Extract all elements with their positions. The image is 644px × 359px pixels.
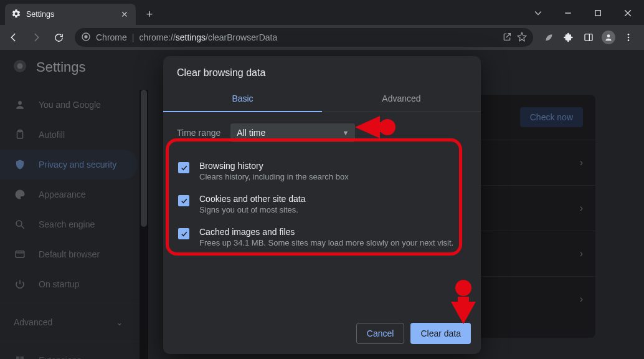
item-title: Browsing history — [199, 161, 349, 171]
profile-avatar[interactable] — [599, 28, 618, 47]
window-controls — [524, 4, 644, 25]
settings-sidebar: You and Google Autofill Privacy and secu… — [0, 50, 148, 359]
chevron-down-icon: ⌄ — [116, 317, 123, 327]
chevron-right-icon: › — [580, 294, 583, 305]
item-browsing-history[interactable]: Browsing history Clears history, includi… — [174, 155, 472, 188]
sidebar-advanced-label: Advanced — [14, 317, 52, 327]
extensions-icon[interactable] — [559, 28, 578, 47]
search-icon — [14, 219, 26, 230]
sidebar-item-autofill[interactable]: Autofill — [0, 120, 138, 150]
item-subtitle: Clears history, including in the search … — [199, 172, 349, 181]
sidebar-scrollbar[interactable] — [140, 90, 148, 359]
svg-line-14 — [21, 226, 24, 229]
time-range-select[interactable]: All time ▼ — [230, 123, 355, 142]
sidebar-item-appearance[interactable]: Appearance — [0, 180, 138, 209]
svg-rect-4 — [585, 34, 592, 41]
svg-point-10 — [18, 101, 22, 105]
minimize-button[interactable] — [554, 4, 582, 22]
chevron-down-icon[interactable] — [524, 4, 552, 22]
gear-icon — [11, 9, 21, 21]
chevron-down-icon: ▼ — [342, 129, 349, 136]
chrome-logo-icon — [12, 59, 27, 76]
dialog-tabs: Basic Advanced — [163, 85, 481, 112]
sidebar-item-label: Search engine — [39, 219, 95, 229]
chevron-right-icon: › — [580, 157, 583, 168]
sidebar-item-on-startup[interactable]: On startup — [0, 269, 138, 299]
chevron-right-icon: › — [580, 203, 583, 214]
sidebar-item-search-engine[interactable]: Search engine — [0, 209, 138, 239]
forward-button[interactable] — [26, 27, 46, 47]
sidebar-item-default-browser[interactable]: Default browser — [0, 239, 138, 269]
sidebar-item-label: Appearance — [39, 189, 86, 199]
tab-advanced[interactable]: Advanced — [322, 85, 481, 112]
svg-point-21 — [17, 64, 23, 69]
sidebar-item-label: Extensions — [39, 355, 81, 359]
person-icon — [14, 99, 26, 110]
item-cookies[interactable]: Cookies and other site data Signs you ou… — [174, 188, 472, 221]
dialog-title: Clear browsing data — [163, 56, 481, 85]
url-scheme: chrome:// — [139, 32, 175, 42]
svg-point-3 — [84, 35, 87, 38]
browser-tab[interactable]: Settings ✕ — [5, 4, 136, 25]
browser-toolbar: Chrome | chrome://settings/clearBrowserD… — [0, 25, 644, 50]
svg-point-9 — [628, 39, 630, 41]
titlebar: Settings ✕ + — [0, 0, 644, 25]
chevron-right-icon: › — [580, 248, 583, 259]
sidebar-item-label: On startup — [39, 279, 79, 289]
maximize-button[interactable] — [584, 4, 612, 22]
kebab-menu-icon[interactable] — [619, 28, 638, 47]
browser-icon — [14, 249, 26, 260]
toolbar-right — [539, 28, 640, 47]
back-button[interactable] — [4, 27, 24, 47]
svg-point-7 — [628, 34, 630, 36]
address-bar[interactable]: Chrome | chrome://settings/clearBrowserD… — [75, 28, 533, 47]
close-tab-icon[interactable]: ✕ — [120, 9, 130, 19]
svg-rect-1 — [595, 11, 600, 16]
sidebar-item-privacy-security[interactable]: Privacy and security — [0, 150, 138, 180]
checkbox-checked[interactable] — [178, 195, 189, 206]
tab-basic[interactable]: Basic — [163, 85, 322, 112]
dialog-items: Browsing history Clears history, includi… — [163, 148, 481, 260]
clear-data-button[interactable]: Clear data — [410, 323, 471, 344]
url-path-bold: settings — [176, 32, 206, 42]
svg-rect-18 — [21, 357, 24, 359]
check-now-button[interactable]: Check now — [520, 107, 583, 127]
sidebar-item-label: Autofill — [39, 130, 65, 140]
clipboard-icon — [14, 129, 26, 140]
time-range-value: All time — [237, 128, 265, 138]
dialog-actions: Cancel Clear data — [356, 323, 471, 344]
close-window-button[interactable] — [614, 4, 642, 22]
power-icon — [14, 279, 26, 290]
reload-button[interactable] — [49, 27, 69, 47]
sidebar-item-you-and-google[interactable]: You and Google — [0, 90, 138, 120]
item-title: Cookies and other site data — [199, 194, 305, 204]
new-tab-button[interactable]: + — [141, 6, 158, 23]
time-range-row: Time range All time ▼ — [163, 112, 481, 148]
item-subtitle: Frees up 34.1 MB. Some sites may load mo… — [199, 238, 453, 247]
share-icon[interactable] — [502, 32, 512, 44]
checkbox-checked[interactable] — [178, 162, 189, 173]
sidebar-item-extensions[interactable]: Extensions — [0, 345, 138, 359]
url-host: Chrome — [96, 32, 127, 42]
svg-point-13 — [16, 221, 22, 226]
leaf-icon[interactable] — [539, 28, 558, 47]
url-path-rest: /clearBrowserData — [206, 32, 277, 42]
checkbox-checked[interactable] — [178, 228, 189, 239]
sidebar-item-label: Privacy and security — [39, 160, 116, 170]
svg-rect-15 — [16, 251, 24, 258]
item-subtitle: Signs you out of most sites. — [199, 205, 305, 214]
time-range-label: Time range — [177, 128, 220, 138]
svg-rect-17 — [16, 357, 19, 359]
clear-browsing-data-dialog: Clear browsing data Basic Advanced Time … — [163, 56, 481, 354]
sidebar-advanced-toggle[interactable]: Advanced ⌄ — [0, 307, 148, 337]
item-cached[interactable]: Cached images and files Frees up 34.1 MB… — [174, 221, 472, 254]
cancel-button[interactable]: Cancel — [356, 323, 405, 344]
sidepanel-icon[interactable] — [579, 28, 598, 47]
item-title: Cached images and files — [199, 227, 453, 237]
bookmark-icon[interactable] — [517, 32, 527, 44]
chrome-info-icon — [81, 32, 91, 44]
tab-title: Settings — [26, 10, 115, 19]
shield-icon — [14, 159, 26, 170]
palette-icon — [14, 189, 26, 200]
page-title: Settings — [36, 59, 86, 75]
